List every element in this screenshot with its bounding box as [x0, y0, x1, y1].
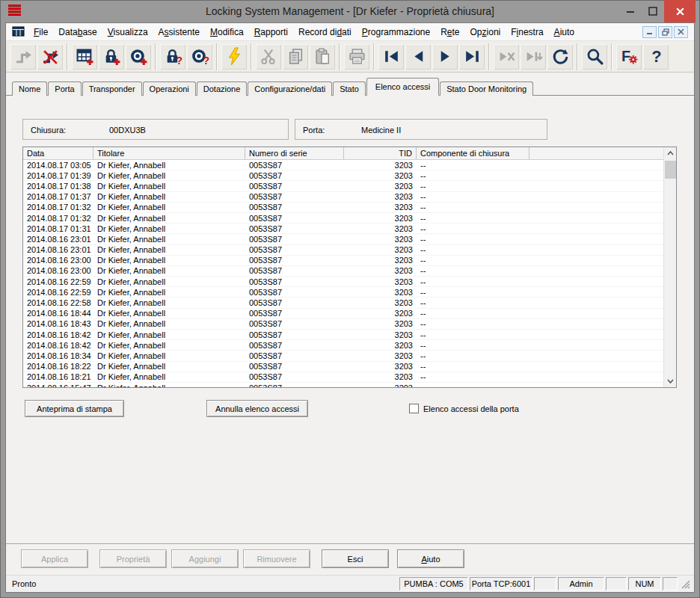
column-header-data[interactable]: Data — [23, 147, 93, 159]
menu-rapporti[interactable]: Rapporti — [249, 25, 293, 40]
menu-opzioni[interactable]: Opzioni — [465, 25, 506, 40]
disconnect-button[interactable] — [37, 44, 63, 70]
menu-finestra[interactable]: Finestra — [506, 25, 548, 40]
read-lock-button[interactable]: ? — [160, 44, 185, 70]
tab-elenco-accessi[interactable]: Elenco accessi — [366, 78, 439, 96]
mdi-close-button[interactable] — [674, 26, 688, 38]
reset-access-list-button[interactable]: Annulla elenco accessi — [206, 400, 308, 417]
applica-button[interactable]: Applica — [21, 549, 88, 568]
close-button[interactable] — [664, 0, 696, 22]
new-lock-button[interactable] — [99, 44, 124, 70]
cell: Dr Kiefer, Annabell — [93, 214, 245, 223]
table-row[interactable]: 2014.08.17 01:37Dr Kiefer, Annabell0053S… — [23, 192, 663, 203]
menu-modifica[interactable]: Modifica — [205, 25, 249, 40]
menu-programmazione[interactable]: Programmazione — [357, 25, 435, 40]
vertical-scrollbar[interactable] — [663, 147, 676, 387]
tab-nome[interactable]: Nome — [12, 81, 47, 96]
program-button[interactable] — [221, 44, 247, 70]
paste-button[interactable] — [310, 44, 335, 70]
resize-grip-icon[interactable] — [681, 578, 691, 590]
filter-settings-button[interactable]: F — [616, 44, 642, 70]
column-header-titolare[interactable]: Titolare — [93, 147, 245, 159]
mdi-restore-button[interactable] — [658, 26, 672, 38]
table-row[interactable]: 2014.08.17 01:38Dr Kiefer, Annabell0053S… — [23, 181, 663, 191]
tab-operazioni[interactable]: Operazioni — [143, 81, 196, 96]
cell: 2014.08.17 01:32 — [23, 203, 93, 212]
print-preview-button[interactable]: Anteprima di stampa — [25, 400, 124, 417]
cell: 2014.08.16 23:00 — [23, 266, 93, 275]
maximize-button[interactable] — [642, 0, 664, 22]
cell: -- — [417, 277, 529, 286]
table-row[interactable]: 2014.08.17 01:32Dr Kiefer, Annabell0053S… — [23, 213, 663, 224]
copy-button[interactable] — [283, 44, 308, 70]
cut-icon — [260, 47, 278, 66]
table-row[interactable]: 2014.08.16 18:44Dr Kiefer, Annabell0053S… — [23, 309, 663, 319]
refresh-button[interactable] — [547, 44, 573, 70]
aggiungi-button[interactable]: Aggiungi — [171, 549, 239, 568]
menu-database[interactable]: Database — [53, 25, 102, 40]
new-transponder-button[interactable] — [126, 44, 151, 70]
navigate-record-button[interactable] — [10, 44, 36, 70]
table-row[interactable]: 2014.08.16 22:58Dr Kiefer, Annabell0053S… — [23, 298, 663, 308]
cell: Dr Kiefer, Annabell — [93, 245, 245, 254]
menu-aiuto[interactable]: Aiuto — [549, 25, 580, 40]
table-row[interactable]: 2014.08.16 18:43Dr Kiefer, Annabell0053S… — [23, 319, 663, 330]
tab-stato-door-monitoring[interactable]: Stato Door Monitoring — [440, 81, 533, 96]
chiusura-label: Chiusura: — [31, 126, 66, 135]
esci-button[interactable]: Esci — [322, 549, 389, 568]
rimuovere-button[interactable]: Rimuovere — [243, 549, 310, 568]
table-row[interactable]: 2014.08.16 18:34Dr Kiefer, Annabell0053S… — [23, 351, 663, 361]
help-button[interactable]: ? — [643, 44, 669, 70]
menu-file[interactable]: File — [28, 25, 53, 40]
table-row[interactable]: 2014.08.16 18:21Dr Kiefer, Annabell0053S… — [23, 372, 663, 383]
column-header-empty[interactable] — [529, 147, 663, 159]
table-row[interactable]: 2014.08.16 18:42Dr Kiefer, Annabell0053S… — [23, 330, 663, 340]
aiuto-button[interactable]: Aiuto — [397, 549, 464, 568]
tab-porta[interactable]: Porta — [48, 81, 81, 96]
read-transponder-button[interactable]: ? — [187, 44, 212, 70]
column-header-tid[interactable]: TID — [344, 147, 417, 159]
table-row[interactable]: 2014.08.16 23:00Dr Kiefer, Annabell0053S… — [23, 266, 663, 277]
tab-dotazione[interactable]: Dotazione — [197, 81, 248, 96]
menu-rete[interactable]: Rete — [435, 25, 464, 40]
next-record-button[interactable] — [432, 44, 458, 70]
column-header-componente-di-chiusura[interactable]: Componente di chiusura — [417, 147, 529, 159]
previous-record-button[interactable] — [405, 44, 431, 70]
last-record-button[interactable] — [459, 44, 485, 70]
table-row[interactable]: 2014.08.16 22:59Dr Kiefer, Annabell0053S… — [23, 277, 663, 287]
search-button[interactable] — [582, 44, 607, 70]
table-row[interactable]: 2014.08.16 23:01Dr Kiefer, Annabell0053S… — [23, 234, 663, 244]
minimize-button[interactable] — [619, 0, 642, 22]
mdi-system-menu-icon[interactable] — [12, 26, 25, 37]
table-row[interactable]: 2014.08.17 03:05Dr Kiefer, Annabell0053S… — [23, 160, 663, 170]
table-row[interactable]: 2014.08.17 01:31Dr Kiefer, Annabell0053S… — [23, 224, 663, 234]
new-locking-system-button[interactable] — [72, 44, 97, 70]
table-row[interactable]: 2014.08.16 23:01Dr Kiefer, Annabell0053S… — [23, 245, 663, 256]
cut-button[interactable] — [256, 44, 281, 70]
scroll-up-button[interactable] — [664, 147, 677, 159]
propriet--button[interactable]: Proprietà — [99, 549, 167, 568]
table-row[interactable]: 2014.08.16 18:42Dr Kiefer, Annabell0053S… — [23, 340, 663, 351]
table-row[interactable]: 2014.08.16 18:22Dr Kiefer, Annabell0053S… — [23, 362, 663, 372]
menu-record-didati[interactable]: Record didati — [293, 25, 357, 40]
mdi-minimize-button[interactable] — [642, 26, 657, 38]
table-row[interactable]: 2014.08.17 01:39Dr Kiefer, Annabell0053S… — [23, 170, 663, 181]
tab-transponder[interactable]: Transponder — [82, 81, 142, 96]
door-access-list-checkbox[interactable] — [409, 404, 419, 413]
scroll-down-button[interactable] — [664, 375, 677, 387]
cell: 3203 — [344, 383, 417, 387]
scrollbar-thumb[interactable] — [665, 161, 676, 179]
print-button[interactable] — [344, 44, 369, 70]
column-header-numero-di-serie[interactable]: Numero di serie — [245, 147, 344, 159]
menu-assistente[interactable]: Assistente — [153, 25, 205, 40]
first-record-button[interactable] — [378, 44, 404, 70]
table-row[interactable]: 2014.08.16 23:00Dr Kiefer, Annabell0053S… — [23, 256, 663, 266]
table-row[interactable]: 2014.08.16 15:47Dr Kiefer, Annabell0053S… — [23, 383, 663, 387]
menu-visualizza[interactable]: Visualizza — [102, 25, 153, 40]
post-record-button[interactable] — [521, 44, 546, 70]
tab-configurazione-dati[interactable]: Configurazione/dati — [248, 81, 332, 96]
tab-stato[interactable]: Stato — [333, 81, 366, 96]
table-row[interactable]: 2014.08.17 01:32Dr Kiefer, Annabell0053S… — [23, 203, 663, 213]
cancel-record-button[interactable] — [494, 44, 519, 70]
table-row[interactable]: 2014.08.16 22:59Dr Kiefer, Annabell0053S… — [23, 287, 663, 298]
